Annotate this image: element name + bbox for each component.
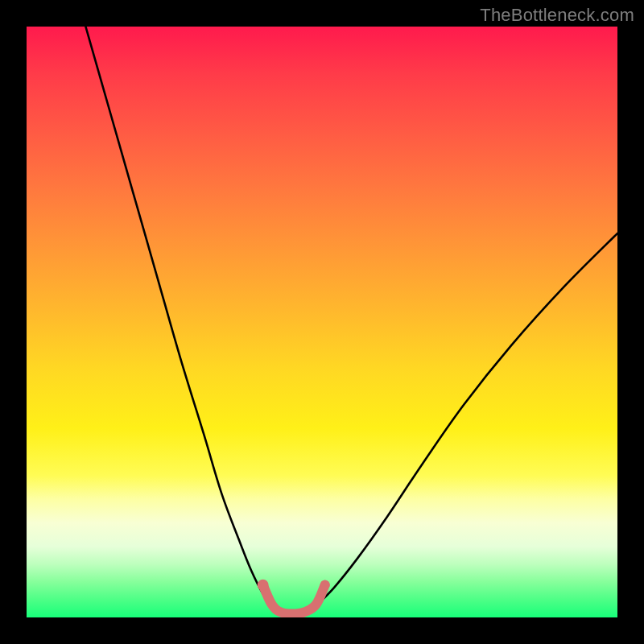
chart-plot-area — [27, 27, 617, 617]
curve-bump — [263, 585, 325, 614]
curve-right — [316, 233, 617, 605]
bump-dot-left — [258, 580, 269, 591]
chart-curves — [27, 27, 617, 617]
watermark-text: TheBottleneck.com — [480, 5, 634, 26]
bump-dot-right — [320, 580, 330, 590]
curve-left — [85, 27, 271, 605]
